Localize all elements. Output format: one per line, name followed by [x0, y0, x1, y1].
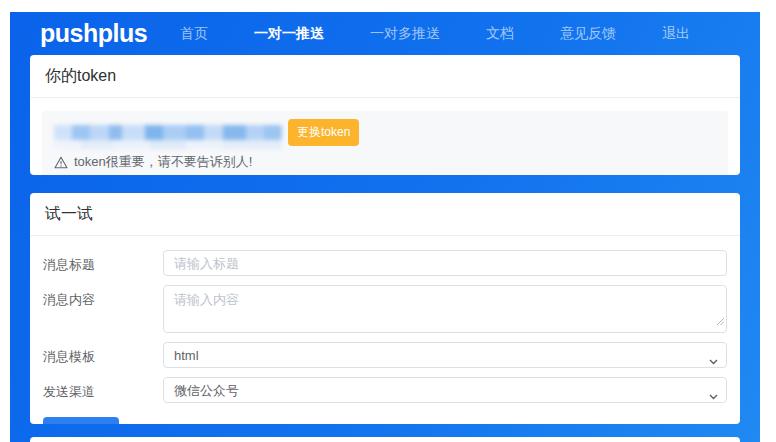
nav-item-one-to-many[interactable]: 一对多推送: [370, 25, 440, 43]
brand-logo[interactable]: pushplus: [40, 19, 147, 48]
token-row: 更换token: [54, 120, 716, 144]
send-channel-label: 发送渠道: [30, 377, 163, 403]
try-card-title: 试一试: [30, 193, 740, 236]
next-card-partial: [30, 437, 740, 442]
form-row-content: 消息内容: [30, 285, 727, 333]
token-card-title: 你的token: [30, 55, 740, 98]
token-card-body: 更换token token很重要，请不要告诉别人!: [30, 98, 740, 175]
nav-item-one-to-one[interactable]: 一对一推送: [254, 25, 324, 43]
form-row-title: 消息标题: [30, 250, 727, 276]
warning-icon: [54, 156, 68, 169]
message-content-textarea[interactable]: [163, 285, 727, 333]
message-template-label: 消息模板: [30, 342, 163, 368]
change-token-button[interactable]: 更换token: [288, 119, 359, 146]
message-title-label: 消息标题: [30, 250, 163, 276]
token-warning-text: token很重要，请不要告诉别人!: [74, 153, 252, 171]
form-row-template: 消息模板 html: [30, 342, 727, 368]
section-gap: [10, 175, 760, 193]
try-card-body: 消息标题 消息内容 消息模板: [30, 236, 740, 424]
try-card: 试一试 消息标题 消息内容: [30, 193, 740, 424]
nav-item-feedback[interactable]: 意见反馈: [560, 25, 616, 43]
page-background: pushplus 首页 一对一推送 一对多推送 文档 意见反馈 退出 你的tok…: [10, 12, 760, 442]
token-warning: token很重要，请不要告诉别人!: [54, 153, 716, 171]
message-title-input[interactable]: [163, 250, 727, 276]
token-card: 你的token 更换token token很重要，请不要告诉别人!: [30, 55, 740, 175]
send-channel-select[interactable]: 微信公众号: [163, 377, 727, 403]
nav-item-logout[interactable]: 退出: [662, 25, 690, 43]
send-message-button[interactable]: 发送消息: [43, 417, 119, 424]
nav-item-home[interactable]: 首页: [180, 25, 208, 43]
top-navbar: pushplus 首页 一对一推送 一对多推送 文档 意见反馈 退出: [10, 12, 760, 55]
message-content-label: 消息内容: [30, 285, 163, 333]
nav-item-docs[interactable]: 文档: [486, 25, 514, 43]
token-value-redacted: [54, 125, 282, 140]
main-nav: 首页 一对一推送 一对多推送 文档 意见反馈 退出: [180, 25, 690, 43]
token-box: 更换token token很重要，请不要告诉别人!: [42, 111, 728, 175]
form-row-channel: 发送渠道 微信公众号: [30, 377, 727, 403]
message-template-select[interactable]: html: [163, 342, 727, 368]
